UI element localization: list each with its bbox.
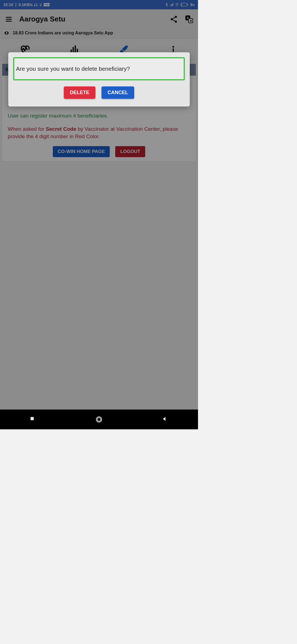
dialog-actions: DELETE CANCEL bbox=[13, 86, 185, 99]
dialog-delete-button[interactable]: DELETE bbox=[64, 86, 95, 99]
system-nav-bar bbox=[0, 410, 198, 429]
dialog-title: Are you sure you want to delete benefici… bbox=[16, 66, 182, 72]
nav-back-icon[interactable] bbox=[161, 416, 169, 423]
nav-recent-icon[interactable] bbox=[29, 416, 37, 423]
confirm-dialog: Are you sure you want to delete benefici… bbox=[8, 52, 190, 107]
svg-point-45 bbox=[97, 418, 101, 421]
dialog-cancel-button[interactable]: CANCEL bbox=[101, 86, 134, 99]
svg-rect-43 bbox=[31, 417, 34, 420]
nav-home-icon[interactable] bbox=[95, 416, 103, 423]
dialog-title-box: Are you sure you want to delete benefici… bbox=[13, 57, 185, 80]
